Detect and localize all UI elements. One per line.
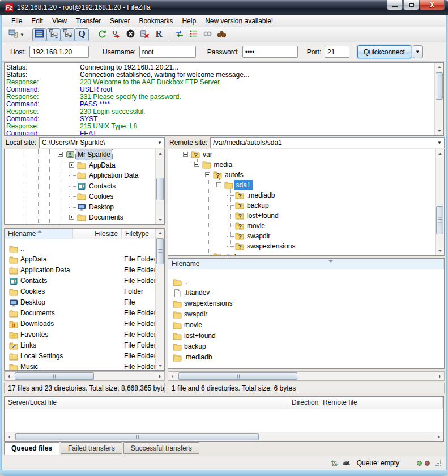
menu-item-file[interactable]: File (7, 15, 27, 27)
tree-item-lost-found[interactable]: ?lost+found (168, 211, 444, 221)
menu-item-new-version-available[interactable]: New version available! (200, 15, 278, 27)
scroll-right-arrow[interactable] (436, 372, 444, 380)
vertical-scrollbar[interactable] (155, 149, 164, 224)
queue-column-remote-file[interactable]: Remote file (319, 397, 443, 409)
tree-item-var[interactable]: ?var (168, 149, 444, 160)
tree-item-swapdir[interactable]: ?swapdir (168, 231, 444, 241)
scroll-up-arrow[interactable] (156, 149, 164, 158)
scroll-right-arrow[interactable] (434, 432, 443, 441)
site-manager-button[interactable]: ▼ (7, 28, 26, 41)
tree-item-contacts[interactable]: Contacts (5, 181, 164, 191)
scroll-left-arrow[interactable] (5, 432, 14, 441)
quickconnect-button[interactable]: Quickconnect (357, 45, 411, 58)
tree-item-movie[interactable]: ?movie (168, 221, 444, 231)
file-row-desktop[interactable]: DesktopFile (5, 297, 155, 308)
scrollbar-thumb[interactable] (436, 72, 443, 100)
queue-column-server-local-file[interactable]: Server/Local file (5, 397, 288, 409)
tree-item-mr-sparkle[interactable]: Mr Sparkle (5, 149, 164, 160)
remote-horizontal-scrollbar[interactable] (168, 371, 445, 381)
directory-comparison-button[interactable] (172, 28, 186, 41)
file-row-contacts[interactable]: ContactsFile Folder (5, 276, 155, 286)
column-header-filename[interactable]: Filename (168, 259, 444, 269)
tree-item-sda1[interactable]: sda1 (168, 180, 444, 190)
scrollbar-thumb[interactable] (156, 238, 164, 264)
chevron-down-icon[interactable]: ▼ (437, 140, 442, 145)
expand-icon[interactable] (69, 162, 74, 168)
file-row-favorites[interactable]: FavoritesFile Folder (5, 329, 155, 340)
file-row--[interactable]: .. (168, 277, 444, 288)
scroll-down-arrow[interactable] (156, 216, 164, 224)
filelist-filter-button[interactable] (186, 28, 200, 41)
scroll-down-arrow[interactable] (435, 127, 443, 135)
username-input[interactable] (139, 46, 196, 58)
file-row-local-settings[interactable]: Local SettingsFile Folder (5, 351, 155, 362)
scroll-down-arrow[interactable] (436, 247, 444, 255)
vertical-scrollbar[interactable] (435, 149, 444, 255)
file-row-cookies[interactable]: CookiesFolder (5, 286, 155, 297)
scroll-up-arrow[interactable] (435, 63, 443, 71)
tab-successful-transfers[interactable]: Successful transfers (123, 442, 199, 454)
scroll-left-arrow[interactable] (5, 372, 13, 380)
scroll-left-arrow[interactable] (168, 372, 177, 380)
close-button[interactable]: X (420, 0, 445, 10)
file-row--titandev[interactable]: .titandev (168, 288, 444, 298)
file-row--mediadb[interactable]: .mediadb (168, 352, 444, 363)
file-row-music[interactable]: MusicFile Folder (5, 362, 155, 371)
scroll-right-arrow[interactable] (156, 372, 164, 380)
file-row-swapdir[interactable]: swapdir (168, 309, 444, 320)
maximize-button[interactable] (403, 0, 419, 10)
collapse-icon[interactable] (216, 182, 221, 187)
log-scrollbar[interactable] (434, 63, 443, 135)
column-header-filesize[interactable]: Filesize (73, 229, 122, 239)
password-input[interactable] (242, 46, 298, 58)
tree-item-media[interactable]: media (168, 160, 444, 170)
scrollbar-thumb[interactable] (178, 372, 297, 380)
scroll-up-arrow[interactable] (436, 149, 444, 158)
file-row-movie[interactable]: movie (168, 320, 444, 331)
local-site-combo[interactable]: C:\Users\Mr Sparkle\ ▼ (39, 137, 165, 148)
file-row-lost-found[interactable]: lost+found (168, 331, 444, 341)
collapse-icon[interactable] (205, 172, 210, 177)
menu-item-edit[interactable]: Edit (27, 15, 48, 27)
menu-item-transfer[interactable]: Transfer (71, 15, 105, 27)
queue-column-direction[interactable]: Direction (288, 397, 319, 409)
tree-item-appdata[interactable]: AppData (5, 160, 164, 170)
tree-item-downloads[interactable]: Downloads (5, 223, 164, 225)
menu-item-server[interactable]: Server (105, 15, 134, 27)
menu-item-bookmarks[interactable]: Bookmarks (134, 15, 177, 27)
file-row-application-data[interactable]: Application DataFile Folder (5, 265, 155, 276)
tree-item-desktop[interactable]: Desktop (5, 202, 164, 212)
scrollbar-thumb[interactable] (156, 178, 164, 200)
column-header-filetype[interactable]: Filetype (122, 229, 158, 239)
disconnect-button[interactable] (138, 28, 152, 41)
chevron-down-icon[interactable]: ▼ (20, 32, 24, 37)
tree-item--mediadb[interactable]: ?.mediadb (168, 190, 444, 200)
toggle-local-tree-button[interactable]: L (46, 28, 61, 41)
toggle-remote-tree-button[interactable]: F (61, 28, 75, 41)
collapse-icon[interactable] (194, 162, 199, 167)
resize-grip[interactable] (434, 460, 441, 466)
file-row--[interactable]: .. (5, 243, 155, 254)
file-row-links[interactable]: LinksFile Folder (5, 340, 155, 351)
scrollbar-thumb[interactable] (15, 372, 94, 380)
cancel-button[interactable] (123, 28, 138, 41)
find-files-button[interactable] (215, 28, 229, 41)
local-horizontal-scrollbar[interactable] (4, 371, 165, 381)
file-row-appdata[interactable]: AppDataFile Folder (5, 254, 155, 265)
menu-item-view[interactable]: View (48, 15, 71, 27)
tree-item-cookies[interactable]: Cookies (5, 191, 164, 201)
file-row-swapextensions[interactable]: swapextensions (168, 298, 444, 309)
scroll-down-arrow[interactable] (156, 362, 164, 370)
toggle-transfer-queue-button[interactable]: Q (75, 28, 89, 41)
remote-site-combo[interactable]: /var/media/autofs/sda1 ▼ (210, 137, 445, 148)
scrollbar-thumb[interactable] (436, 206, 443, 234)
vertical-scrollbar[interactable] (155, 229, 164, 370)
scrollbar-thumb[interactable] (15, 433, 259, 440)
host-input[interactable] (29, 46, 89, 58)
file-row-downloads[interactable]: DownloadsFile Folder (5, 319, 155, 329)
collapse-icon[interactable] (58, 152, 63, 157)
tree-item-backup[interactable]: ?backup (168, 200, 444, 211)
tab-queued-files[interactable]: Queued files (4, 442, 59, 455)
port-input[interactable] (325, 46, 349, 58)
tree-item-dvd[interactable]: ?dvd (168, 251, 444, 256)
